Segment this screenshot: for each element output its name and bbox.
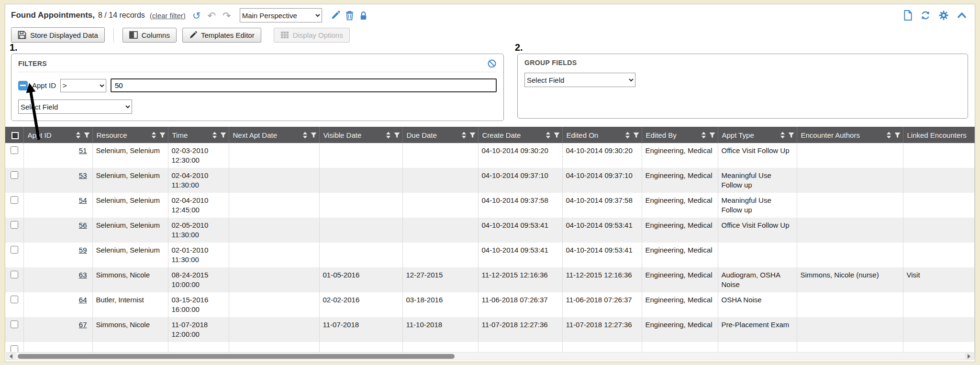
appt-id-link[interactable]: 54: [79, 196, 87, 204]
scrollbar-thumb[interactable]: [18, 354, 455, 359]
table-row: 56Selenium, Selenium02-05-2010 11:30:000…: [5, 218, 975, 243]
scroll-right-arrow-icon: [968, 354, 970, 359]
row-checkbox[interactable]: [11, 171, 18, 179]
column-header-encounter-authors[interactable]: Encounter Authors: [797, 127, 903, 143]
column-header-due-date[interactable]: Due Date: [402, 127, 478, 143]
cell-encounter-authors: [797, 317, 903, 342]
annotation-step-2: 2.: [515, 42, 523, 53]
appt-id-link[interactable]: 56: [79, 221, 87, 229]
row-select-cell: [5, 292, 23, 317]
sort-icon[interactable]: [212, 132, 217, 139]
filter-funnel-icon[interactable]: [220, 132, 226, 138]
clear-all-filters-icon[interactable]: [487, 59, 497, 68]
column-header-time[interactable]: Time: [168, 127, 229, 143]
appt-id-link[interactable]: 59: [79, 246, 87, 254]
delete-trash-icon[interactable]: [345, 11, 354, 21]
sort-icon[interactable]: [461, 132, 467, 139]
refresh-icon[interactable]: [920, 10, 931, 21]
sort-icon[interactable]: [76, 132, 81, 139]
column-header-visible-date[interactable]: Visible Date: [319, 127, 402, 143]
cell-next-apt-date: [229, 143, 319, 168]
filter-funnel-icon[interactable]: [894, 132, 901, 138]
sort-icon[interactable]: [386, 132, 391, 139]
filter-funnel-icon[interactable]: [469, 132, 476, 138]
perspective-select[interactable]: Main Perspective: [240, 8, 322, 22]
cell-time: 02-04-2010 12:45:00: [168, 193, 229, 218]
cell-create-date: 04-10-2014 09:30:20: [478, 143, 562, 168]
row-checkbox[interactable]: [11, 196, 18, 204]
row-checkbox[interactable]: [11, 221, 18, 229]
sort-icon[interactable]: [546, 132, 551, 139]
back-icon[interactable]: ↶: [207, 11, 216, 21]
appt-id-link[interactable]: 64: [79, 296, 87, 304]
select-all-checkbox[interactable]: [11, 132, 19, 139]
sort-icon[interactable]: [151, 132, 156, 139]
undo-icon[interactable]: ↺: [192, 11, 201, 21]
filter-funnel-icon[interactable]: [311, 132, 317, 138]
templates-editor-button[interactable]: Templates Editor: [182, 28, 261, 43]
clear-filter-link[interactable]: (clear filter): [150, 11, 186, 20]
sort-icon[interactable]: [625, 132, 630, 139]
add-filter-select[interactable]: Select Field: [18, 100, 132, 114]
edit-pencil-icon[interactable]: [331, 11, 340, 20]
column-header-label: Appt ID: [28, 131, 52, 139]
horizontal-scrollbar[interactable]: [6, 352, 974, 360]
row-checkbox[interactable]: [11, 146, 18, 154]
filter-funnel-icon[interactable]: [788, 132, 794, 138]
filter-operator-select[interactable]: >: [60, 79, 106, 92]
cell-due-date: [402, 143, 478, 168]
column-header-next-apt-date[interactable]: Next Apt Date: [229, 127, 319, 143]
row-checkbox[interactable]: [11, 321, 18, 328]
filter-funnel-icon[interactable]: [394, 132, 400, 138]
cell-due-date: 03-18-2016: [402, 292, 478, 317]
column-header-appt-id[interactable]: Appt ID: [23, 127, 92, 143]
filter-funnel-icon[interactable]: [159, 132, 166, 138]
table-row: 64Butler, Internist03-15-2016 16:00:0002…: [5, 292, 975, 317]
scroll-right-button[interactable]: [965, 353, 973, 360]
sort-icon[interactable]: [886, 132, 891, 139]
cell-time: 02-04-2010 11:30:00: [168, 168, 229, 193]
row-checkbox[interactable]: [11, 296, 18, 303]
settings-gear-icon[interactable]: [938, 10, 949, 21]
filter-value-input[interactable]: [111, 78, 497, 92]
filter-funnel-icon[interactable]: [709, 132, 715, 138]
filter-funnel-icon[interactable]: [554, 132, 560, 138]
scrollbar-track[interactable]: [15, 353, 965, 360]
group-field-select[interactable]: Select Field: [524, 73, 635, 87]
scroll-left-button[interactable]: [7, 353, 15, 360]
sort-icon[interactable]: [701, 132, 706, 139]
sort-icon[interactable]: [302, 132, 308, 139]
lock-icon[interactable]: [359, 11, 368, 21]
column-header-edited-by[interactable]: Edited By: [642, 127, 718, 143]
cell-encounter-authors: Simmons, Nicole (nurse): [797, 267, 903, 292]
cell-edited-by: Engineering, Medical: [642, 168, 718, 193]
column-header-linked-encounters[interactable]: Linked Encounters: [903, 127, 975, 143]
filter-funnel-icon[interactable]: [84, 132, 90, 138]
appt-id-link[interactable]: 67: [79, 321, 87, 329]
column-header-edited-on[interactable]: Edited On: [562, 127, 642, 143]
collapse-chevron-icon[interactable]: [957, 10, 967, 21]
cell-edited-on: 04-10-2014 09:53:41: [562, 243, 642, 267]
appt-id-link[interactable]: 51: [79, 146, 87, 155]
columns-button[interactable]: Columns: [122, 28, 177, 43]
filter-funnel-icon[interactable]: [633, 132, 639, 138]
appt-id-link[interactable]: 53: [79, 171, 87, 179]
column-header-resource[interactable]: Resource: [92, 127, 168, 143]
cell-due-date: [402, 193, 478, 218]
forward-icon[interactable]: ↷: [223, 11, 231, 21]
table-row: 63Simmons, Nicole08-24-2015 10:00:0001-0…: [5, 267, 975, 292]
row-checkbox[interactable]: [11, 271, 18, 278]
row-checkbox[interactable]: [11, 246, 18, 254]
new-document-icon[interactable]: [903, 10, 913, 21]
cell-edited-on: 04-10-2014 09:37:58: [562, 193, 642, 218]
appt-id-link[interactable]: 63: [79, 271, 87, 279]
sort-icon[interactable]: [780, 132, 785, 139]
cell-create-date: 04-10-2014 09:37:58: [478, 193, 562, 218]
cell-due-date: 11-10-2018: [402, 317, 478, 342]
store-displayed-data-button[interactable]: Store Displayed Data: [11, 27, 105, 43]
column-header-create-date[interactable]: Create Date: [478, 127, 562, 143]
cell-visible-date: [319, 168, 402, 193]
cell-appt-id: 51: [23, 143, 92, 168]
column-header-appt-type[interactable]: Appt Type: [718, 127, 797, 143]
remove-filter-button[interactable]: [18, 81, 28, 90]
